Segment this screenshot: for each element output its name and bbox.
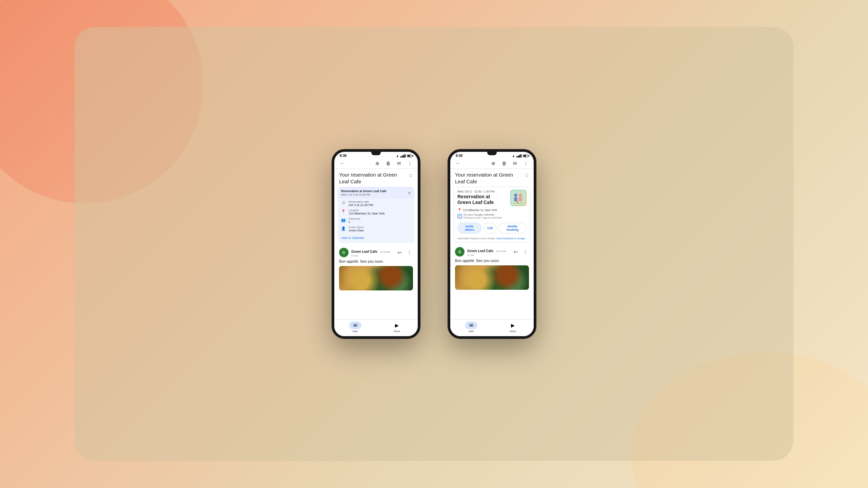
status-icons-left: ▲ (396, 154, 412, 158)
star-icon-left[interactable]: ☆ (408, 172, 413, 179)
toolbar-left: ← ⊕ 🗑 ✉ ⋮ (334, 158, 418, 169)
detail-content-party: Party size 1 (349, 217, 360, 224)
archive-icon-left[interactable]: ⊕ (374, 160, 381, 167)
view-calendar-link-left[interactable]: View in Calendar (341, 236, 364, 240)
status-icons-right: ▲ (512, 154, 528, 158)
battery-icon-left (407, 155, 412, 157)
wifi-icon-right: ▲ (512, 154, 515, 158)
phone-left: 9:30 ▲ ← ⊕ 🗑 ✉ ⋮ Your reserva (332, 149, 420, 339)
clock-icon-left: ⏱ (341, 201, 346, 205)
mail-nav-icon-left: ✉ (353, 323, 357, 328)
smart-card-info-right: Wed, Oct 2 · 12:30 - 1:30 PM Reservation… (457, 190, 508, 205)
svg-point-3 (519, 194, 522, 197)
meet-nav-icon-left: ▶ (395, 323, 399, 328)
svg-rect-11 (460, 215, 461, 216)
reservation-date-sub-left: Wed, Oct 2 at 12:30 PM (341, 193, 387, 196)
email-body-left: Bon appétit. See you soon. (334, 259, 418, 293)
sender-row-left: G Green Leaf Cafe 9:15 AM to me ↩ ⋮ (334, 246, 418, 259)
phone-notch-left (371, 152, 381, 155)
call-button[interactable]: Call (484, 223, 497, 233)
signal-icon-left (400, 154, 406, 158)
smart-card-calendar-text-right: On your Google Calendar Previous event: … (463, 213, 502, 219)
detail-label-location: Location (349, 209, 385, 212)
nav-item-meet-left[interactable]: ▶ Meet (391, 322, 403, 333)
smart-card-cal-label-right: On your Google Calendar (463, 213, 502, 216)
bottom-nav-right: ✉ Mail ▶ Meet (450, 319, 534, 336)
reply-icon-right[interactable]: ↩ (512, 248, 519, 256)
more-sender-icon-right[interactable]: ⋮ (521, 248, 529, 256)
reply-icon-left[interactable]: ↩ (396, 249, 403, 256)
back-button-right[interactable]: ← (454, 160, 462, 167)
smart-card-event-title-right: Reservation atGreen Leaf Cafe (457, 194, 508, 205)
phone-right: 9:30 ▲ ← ⊕ 🗑 ✉ ⋮ Your reserva (448, 149, 536, 339)
nav-label-meet-right: Meet (510, 330, 516, 333)
more-icon-left[interactable]: ⋮ (406, 160, 414, 167)
detail-content-name: Under Name Anna Chen (349, 226, 364, 232)
back-button-left[interactable]: ← (338, 160, 346, 167)
sender-time-right: 9:15 AM (496, 250, 506, 253)
meet-nav-icon-right: ▶ (511, 323, 515, 328)
smart-card-datetime-right: Wed, Oct 2 · 12:30 - 1:30 PM (457, 190, 508, 193)
chevron-icon-left[interactable]: ∧ (408, 190, 411, 195)
delete-icon-right[interactable]: 🗑 (500, 160, 508, 167)
person-icon-left: 👤 (341, 226, 346, 231)
sender-name-right: Green Leaf Cafe (467, 249, 493, 253)
delete-icon-left[interactable]: 🗑 (384, 160, 392, 167)
nav-item-mail-right[interactable]: ✉ Mail (465, 322, 477, 333)
email-body-right: Bon appétit. See you soon. (450, 259, 534, 292)
detail-label-name: Under Name (349, 226, 364, 229)
detail-row-date: ⏱ Reservation date Oct 2 at 12:30 PM (341, 200, 411, 207)
smart-card-thumbnail-right (510, 190, 527, 206)
action-buttons-right: Invite others Call Modify booking (454, 221, 530, 236)
toolbar-icons-right: ⊕ 🗑 ✉ ⋮ (490, 160, 530, 167)
mail-nav-icon-right: ✉ (469, 323, 473, 328)
nav-icon-mail-wrap-left: ✉ (349, 322, 361, 329)
nav-item-mail-left[interactable]: ✉ Mail (349, 322, 361, 333)
bottom-nav-left: ✉ Mail ▶ Meet (334, 319, 418, 336)
sender-actions-left: ↩ ⋮ (396, 249, 413, 256)
svg-point-1 (514, 194, 517, 197)
smart-card-cal-sub-right: Previous event: Yoga at 10:00 AM (463, 216, 502, 219)
email-greeting-left: Bon appétit. See you soon. (339, 259, 413, 263)
sender-row-right: G Green Leaf Cafe 9:15 AM to me ↩ ⋮ (450, 245, 534, 259)
modify-booking-button[interactable]: Modify booking (498, 223, 527, 233)
sender-to-right: to me (467, 253, 509, 257)
sender-actions-right: ↩ ⋮ (512, 248, 529, 256)
detail-row-location: 📍 Location 123 Bleecker St, New York (341, 209, 411, 215)
food-image-overlay-right (455, 265, 529, 290)
thumbnail-svg (511, 190, 526, 205)
signal-icon-right (516, 154, 521, 158)
detail-content-date: Reservation date Oct 2 at 12:30 PM (349, 200, 373, 207)
nav-label-meet-left: Meet (394, 330, 400, 333)
detail-value-location: 123 Bleecker St, New York (349, 212, 385, 215)
mail-icon-right[interactable]: ✉ (511, 160, 519, 167)
email-title-right: Your reservation at Green Leaf Cafe (455, 171, 524, 185)
archive-icon-right[interactable]: ⊕ (490, 160, 497, 167)
food-image-right (455, 265, 529, 290)
food-image-left (339, 266, 413, 290)
map-pin-icon-right: 📍 (457, 208, 461, 212)
nav-item-meet-right[interactable]: ▶ Meet (507, 322, 519, 333)
smart-card-right: Wed, Oct 2 · 12:30 - 1:30 PM Reservation… (454, 187, 530, 242)
detail-row-party: 👥 Party size 1 (341, 217, 411, 224)
invite-others-button[interactable]: Invite others (457, 223, 481, 233)
gcal-icon-right: 2 (457, 214, 462, 219)
reservation-card-title-left: Reservation at Green Leaf Cafe (341, 189, 387, 193)
more-sender-icon-left[interactable]: ⋮ (406, 249, 413, 256)
svg-point-7 (519, 202, 520, 203)
pin-icon-left: 📍 (341, 209, 346, 214)
phones-container: 9:30 ▲ ← ⊕ 🗑 ✉ ⋮ Your reserva (0, 0, 868, 488)
feedback-link-right[interactable]: Send feedback to Google (496, 237, 525, 240)
reservation-card-header-info: Reservation at Green Leaf Cafe Wed, Oct … (341, 189, 387, 196)
star-icon-right[interactable]: ☆ (524, 172, 529, 179)
detail-value-date: Oct 2 at 12:30 PM (349, 203, 373, 207)
detail-value-party: 1 (349, 220, 360, 224)
phone-notch-right (487, 152, 497, 155)
toolbar-right: ← ⊕ 🗑 ✉ ⋮ (450, 158, 534, 169)
svg-point-6 (517, 201, 519, 203)
more-icon-right[interactable]: ⋮ (522, 160, 530, 167)
mail-icon-left[interactable]: ✉ (395, 160, 403, 167)
svg-text:2: 2 (459, 216, 460, 218)
smart-card-location-right: 📍 123 Bleecker St, New York (454, 208, 530, 213)
smart-card-top-right: Wed, Oct 2 · 12:30 - 1:30 PM Reservation… (454, 187, 530, 208)
